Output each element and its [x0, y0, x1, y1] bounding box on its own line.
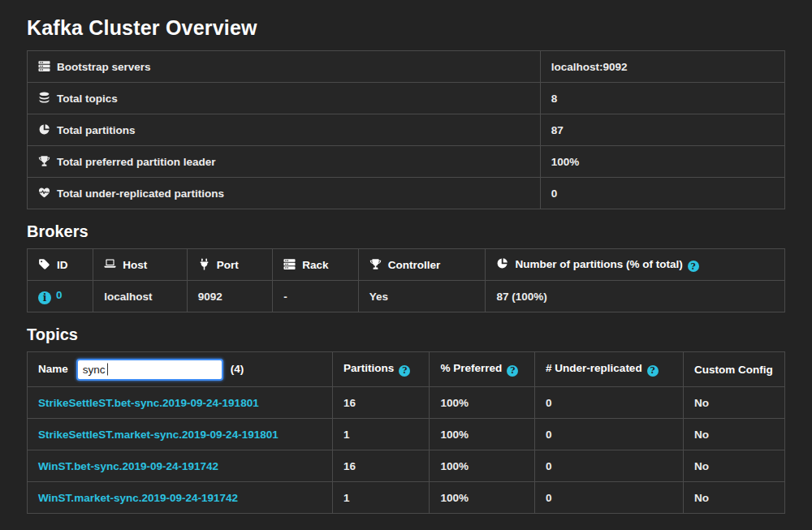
topics-header-row: Name(4) Partitions? % Preferred? # Under…: [28, 352, 785, 387]
server-icon: [283, 258, 296, 270]
topic-preferred-cell: 100%: [430, 419, 535, 450]
brokers-table: ID Host Port Rack Controller Number of p…: [27, 248, 785, 312]
laptop-icon: [104, 258, 116, 270]
plug-icon: [198, 258, 210, 270]
trophy-icon: [38, 155, 50, 167]
column-label: # Under-replicated: [546, 362, 642, 374]
topics-col-under-replicated: # Under-replicated?: [535, 352, 684, 387]
broker-partitions-cell: 87 (100%): [486, 281, 785, 312]
table-row: Total topics 8: [28, 83, 785, 114]
cluster-row-label: Bootstrap servers: [57, 61, 151, 73]
column-label: Controller: [388, 259, 441, 271]
broker-port-cell: 9092: [187, 281, 272, 312]
cluster-value-cell: 8: [540, 83, 784, 114]
column-label: ID: [57, 259, 68, 271]
cluster-label-cell: Total topics: [28, 83, 541, 114]
table-row: Bootstrap servers localhost:9092: [28, 51, 785, 83]
topic-preferred-cell: 100%: [430, 387, 535, 419]
column-label: Number of partitions (% of total): [515, 258, 682, 270]
cluster-row-label: Total preferred partition leader: [57, 156, 216, 168]
column-label: % Preferred: [440, 362, 502, 374]
topic-link[interactable]: WinST.bet-sync.2019-09-24-191742: [38, 460, 218, 472]
pie-chart-icon: [496, 257, 508, 269]
cluster-summary-table: Bootstrap servers localhost:9092 Total t…: [27, 50, 785, 209]
brokers-col-id: ID: [28, 249, 93, 281]
topic-preferred-cell: 100%: [430, 450, 535, 482]
database-icon: [38, 92, 50, 104]
topic-match-count: (4): [231, 363, 244, 375]
help-icon[interactable]: ?: [647, 365, 659, 377]
brokers-section-title: Brokers: [27, 222, 785, 241]
topics-col-partitions: Partitions?: [333, 352, 430, 387]
table-row: Total under-replicated partitions 0: [28, 178, 785, 209]
topic-link[interactable]: WinST.market-sync.2019-09-24-191742: [38, 492, 238, 504]
topic-filter-input[interactable]: [76, 359, 223, 381]
topic-preferred-cell: 100%: [430, 482, 535, 514]
brokers-col-partitions: Number of partitions (% of total)?: [486, 249, 785, 281]
broker-row: i0 localhost 9092 - Yes 87 (100%): [28, 281, 785, 312]
cluster-row-label: Total partitions: [57, 124, 136, 136]
topic-name-cell: WinST.market-sync.2019-09-24-191742: [28, 482, 333, 514]
cluster-value-cell: localhost:9092: [540, 51, 784, 83]
topic-custom-config-cell: No: [683, 450, 784, 482]
topic-custom-config-cell: No: [683, 482, 784, 514]
page-title: Kafka Cluster Overview: [27, 16, 785, 40]
topic-row: StrikeSettleST.bet-sync.2019-09-24-19180…: [28, 387, 785, 419]
help-icon[interactable]: ?: [507, 365, 518, 377]
brokers-col-host: Host: [93, 249, 188, 281]
cluster-label-cell: Bootstrap servers: [28, 51, 541, 83]
topic-under-replicated-cell: 0: [535, 387, 684, 419]
info-icon: i: [38, 291, 51, 304]
tag-icon: [38, 258, 50, 270]
trophy-icon: [369, 258, 382, 270]
topic-under-replicated-cell: 0: [535, 482, 684, 514]
topic-link[interactable]: StrikeSettleST.market-sync.2019-09-24-19…: [38, 429, 279, 441]
broker-id-link[interactable]: 0: [56, 289, 63, 301]
topic-name-cell: StrikeSettleST.market-sync.2019-09-24-19…: [28, 419, 333, 450]
pie-chart-icon: [38, 123, 50, 136]
server-icon: [38, 60, 50, 72]
broker-id-cell: i0: [28, 281, 93, 312]
help-icon[interactable]: ?: [399, 365, 410, 377]
table-row: Total partitions 87: [28, 114, 785, 146]
cluster-value-cell: 100%: [540, 146, 784, 178]
topic-name-cell: StrikeSettleST.bet-sync.2019-09-24-19180…: [28, 387, 333, 419]
broker-host-cell: localhost: [93, 281, 188, 312]
topic-partitions-cell: 1: [333, 419, 430, 450]
topics-col-preferred: % Preferred?: [430, 352, 535, 387]
table-row: Total preferred partition leader 100%: [28, 146, 785, 178]
brokers-col-controller: Controller: [358, 249, 486, 281]
topics-table: Name(4) Partitions? % Preferred? # Under…: [27, 351, 785, 514]
heartbeat-icon: [38, 187, 50, 199]
help-icon[interactable]: ?: [688, 261, 699, 272]
topics-col-name: Name(4): [28, 352, 333, 387]
topic-partitions-cell: 16: [333, 387, 430, 419]
topic-under-replicated-cell: 0: [535, 450, 684, 482]
cluster-row-label: Total under-replicated partitions: [57, 187, 224, 200]
text-caret: [107, 364, 108, 376]
topic-link[interactable]: StrikeSettleST.bet-sync.2019-09-24-19180…: [38, 397, 259, 409]
column-label: Host: [123, 259, 147, 271]
broker-controller-cell: Yes: [358, 281, 486, 312]
name-column-label: Name: [38, 363, 68, 375]
topic-row: WinST.market-sync.2019-09-24-191742 1 10…: [28, 482, 785, 514]
column-label: Port: [217, 259, 239, 271]
cluster-label-cell: Total partitions: [28, 114, 541, 146]
column-label: Custom Config: [694, 364, 773, 376]
topic-filter-wrap: [76, 359, 223, 381]
cluster-label-cell: Total under-replicated partitions: [28, 178, 541, 209]
topic-row: WinST.bet-sync.2019-09-24-191742 16 100%…: [28, 450, 785, 482]
topic-custom-config-cell: No: [683, 419, 784, 450]
column-label: Rack: [302, 259, 328, 271]
broker-rack-cell: -: [273, 281, 358, 312]
column-label: Partitions: [343, 362, 394, 374]
brokers-header-row: ID Host Port Rack Controller Number of p…: [28, 249, 785, 281]
topic-partitions-cell: 1: [333, 482, 430, 514]
cluster-value-cell: 0: [540, 178, 784, 209]
topics-col-custom-config: Custom Config: [683, 352, 784, 387]
brokers-col-port: Port: [187, 249, 272, 281]
topic-row: StrikeSettleST.market-sync.2019-09-24-19…: [28, 419, 785, 450]
topic-name-cell: WinST.bet-sync.2019-09-24-191742: [28, 450, 333, 482]
topic-partitions-cell: 16: [333, 450, 430, 482]
topics-section-title: Topics: [27, 325, 785, 344]
